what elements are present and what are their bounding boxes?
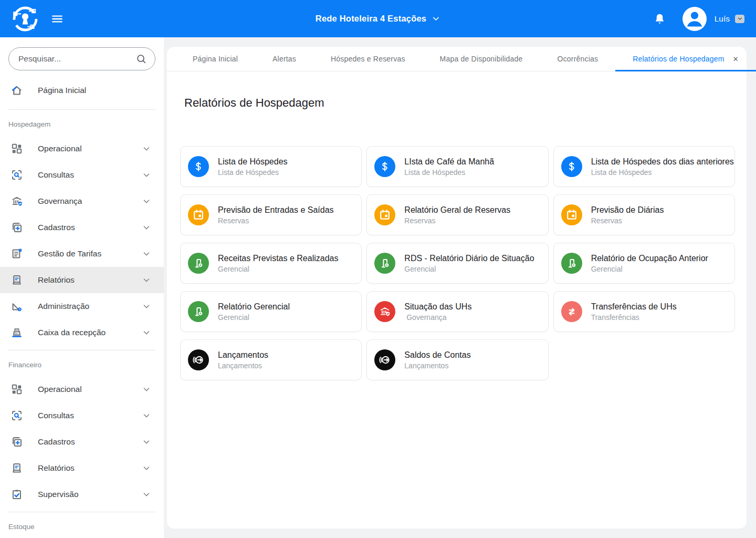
report-card-receitas-previstas-e-realizadas[interactable]: Receitas Previstas e RealizadasGerencial	[180, 243, 362, 284]
report-card-title: Lista de Hóspedes	[218, 157, 288, 167]
report-card-text: Relatório de Ocupação AnteriorGerencial	[591, 254, 708, 273]
report-card-subtitle: Gerencial	[218, 265, 338, 273]
sidebar-item-governanca[interactable]: Governança	[0, 188, 164, 214]
sidebar-item-administracao[interactable]: Administração	[0, 293, 164, 319]
sidebar-item-caixa-da-recepcao[interactable]: Caixa da recepção	[0, 319, 164, 346]
report-print-icon	[10, 274, 23, 286]
sidebar-item-cadastros[interactable]: Cadastros	[0, 214, 164, 241]
report-card-lancamentos[interactable]: LançamentosLançamentos	[180, 339, 362, 380]
report-card-title: Relatório Geral de Reservas	[404, 205, 510, 215]
transaction-out-icon	[374, 349, 395, 370]
ruler-gear-icon	[10, 300, 23, 313]
dashboard-icon	[10, 142, 23, 155]
tab-pagina-inicial[interactable]: Página Inicial	[175, 47, 255, 71]
sidebar-search	[8, 47, 155, 70]
sidebar-item-gestao-de-tarifas[interactable]: Gestão de Tarifas	[0, 241, 164, 267]
report-card-text: Previsão de Entradas e SaídasReservas	[218, 205, 334, 225]
report-card-subtitle: Gerencial	[218, 313, 290, 322]
divider	[8, 512, 155, 512]
sidebar-item-label: Supervisão	[38, 490, 79, 499]
sidebar-item-consultas[interactable]: Consultas	[0, 402, 164, 429]
sidebar-item-supervisao[interactable]: Supervisão	[0, 481, 164, 508]
sidebar-item-label: Gestão de Tarifas	[38, 249, 101, 258]
tab-hospedes-e-reservas[interactable]: Hóspedes e Reservas	[313, 47, 423, 71]
section-label-estoque: Estoque	[8, 523, 155, 531]
user-avatar[interactable]	[682, 7, 707, 31]
chevron-down-icon	[142, 385, 151, 394]
close-icon[interactable]: ✕	[733, 55, 739, 63]
home-icon	[10, 84, 23, 97]
report-card-lista-de-hospedes-dos-dias-anteriores[interactable]: Lista de Hóspedes dos dias anterioresLis…	[553, 146, 735, 187]
report-card-rds-relatorio-diario-de-situacao[interactable]: RDS - Relatório Diário de SituaçãoGerenc…	[366, 243, 548, 284]
report-card-text: LIsta de Café da ManhãLista de Hóspedes	[404, 157, 494, 177]
report-card-lista-de-cafe-da-manha[interactable]: LIsta de Café da ManhãLista de Hóspedes	[366, 146, 548, 187]
cash-register-icon	[10, 326, 23, 339]
sidebar-item-label: Consultas	[38, 411, 74, 420]
report-card-subtitle: Reservas	[218, 216, 334, 225]
report-gear-icon	[374, 253, 395, 274]
tab-label: Ocorrências	[558, 55, 598, 63]
transfer-arrows-icon	[561, 301, 582, 322]
report-card-situacao-das-uhs[interactable]: Situação das UHs Governança	[366, 291, 548, 332]
sidebar-item-relatorios[interactable]: Relatórios	[0, 455, 164, 481]
property-selector[interactable]: Rede Hoteleira 4 Estações	[316, 14, 440, 24]
user-name: Luís	[715, 14, 730, 24]
tab-label: Mapa de Disponibilidade	[440, 55, 523, 63]
property-name: Rede Hoteleira 4 Estações	[316, 14, 426, 24]
topbar: Rede Hoteleira 4 Estações Luís	[0, 0, 756, 37]
copy-plus-icon	[10, 436, 23, 448]
dashboard-icon	[10, 383, 23, 396]
sidebar-item-label: Página Inicial	[38, 86, 86, 95]
sidebar-item-relatorios[interactable]: Relatórios	[0, 267, 164, 293]
report-print-icon	[10, 462, 23, 474]
report-card-title: Relatório de Ocupação Anterior	[591, 254, 708, 263]
sidebar-item-label: Relatórios	[38, 275, 75, 285]
calendar-icon	[188, 204, 209, 225]
sidebar-item-label: Governança	[38, 196, 82, 206]
hamburger-menu-button[interactable]	[48, 10, 66, 28]
report-card-text: Previsão de DiáriasReservas	[591, 205, 664, 225]
report-card-subtitle: Lista de Hóspedes	[591, 168, 727, 177]
report-card-subtitle: Governança	[404, 313, 471, 322]
report-card-subtitle: Gerencial	[591, 265, 708, 273]
copy-plus-icon	[10, 221, 23, 234]
chevron-down-icon	[142, 411, 151, 420]
search-input[interactable]	[18, 54, 135, 64]
sidebar-item-label: Relatórios	[38, 463, 75, 473]
tab-alertas[interactable]: Alertas	[255, 47, 313, 71]
report-card-title: Situação das UHs	[404, 302, 471, 312]
sidebar-item-operacional[interactable]: Operacional	[0, 376, 164, 402]
report-card-saldos-de-contas[interactable]: Saldos de ContasLançamentos	[366, 339, 548, 380]
report-card-text: Lista de HóspedesLista de Hóspedes	[218, 157, 288, 177]
report-card-transferencias-de-uhs[interactable]: Transferências de UHsTransferências	[553, 291, 735, 332]
report-card-title: RDS - Relatório Diário de Situação	[404, 254, 534, 263]
tab-label: Página Inicial	[193, 55, 238, 63]
report-card-relatorio-de-ocupacao-anterior[interactable]: Relatório de Ocupação AnteriorGerencial	[553, 243, 735, 284]
sidebar-item-consultas[interactable]: Consultas	[0, 162, 164, 188]
report-card-previsao-de-diarias[interactable]: Previsão de DiáriasReservas	[553, 194, 735, 235]
dollar-icon	[561, 156, 582, 177]
report-card-text: Relatório GerencialGerencial	[218, 302, 290, 322]
report-card-title: Lista de Hóspedes dos dias anteriores	[591, 157, 727, 167]
sidebar-item-label: Operacional	[38, 385, 82, 394]
report-card-previsao-de-entradas-e-saidas[interactable]: Previsão de Entradas e SaídasReservas	[180, 194, 362, 235]
tab-mapa-de-disponibilidade[interactable]: Mapa de Disponibilidade	[423, 47, 540, 71]
tab-ocorrencias[interactable]: Ocorrências	[540, 47, 616, 71]
report-card-lista-de-hospedes[interactable]: Lista de HóspedesLista de Hóspedes	[180, 146, 362, 187]
sidebar-item-label: Cadastros	[38, 223, 75, 232]
chevron-down-icon	[142, 490, 151, 499]
chevron-down-icon	[142, 170, 151, 180]
tab-relatorios-de-hospedagem[interactable]: Relatórios de Hospedagem✕	[615, 47, 756, 71]
report-card-title: Lançamentos	[218, 350, 268, 360]
user-menu-chevron-icon[interactable]	[735, 15, 744, 23]
sidebar-item-pagina-inicial[interactable]: Página Inicial	[0, 76, 164, 105]
notifications-bell-icon[interactable]	[654, 13, 666, 25]
sidebar-item-operacional[interactable]: Operacional	[0, 136, 164, 162]
tab-label: Alertas	[272, 55, 296, 63]
sidebar-item-cadastros[interactable]: Cadastros	[0, 429, 164, 455]
report-card-relatorio-gerencial[interactable]: Relatório GerencialGerencial	[180, 291, 362, 332]
report-card-subtitle: Lançamentos	[218, 361, 268, 370]
report-card-relatorio-geral-de-reservas[interactable]: Relatório Geral de ReservasReservas	[366, 194, 548, 235]
report-card-text: Receitas Previstas e RealizadasGerencial	[218, 254, 338, 273]
report-card-title: Transferências de UHs	[591, 302, 677, 312]
